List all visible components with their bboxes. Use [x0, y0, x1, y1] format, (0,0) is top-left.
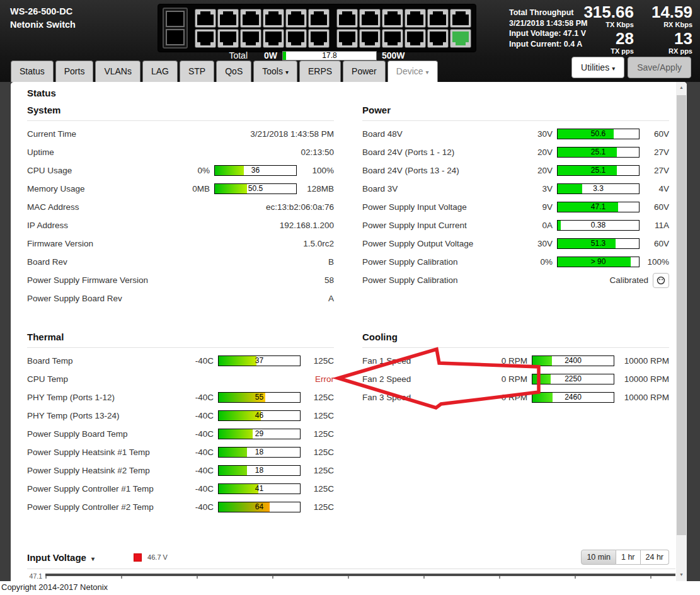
row-memory-usage: Memory Usage0MB50.5128MB	[27, 180, 334, 198]
scroll-up-arrow-icon[interactable]: ▲	[676, 82, 687, 93]
row-label: Power Supply Board Temp	[27, 429, 186, 439]
rj45-port-1[interactable]	[195, 9, 216, 28]
tab-status[interactable]: Status	[11, 61, 54, 82]
range-button-10-min[interactable]: 10 min	[581, 550, 616, 565]
rj45-port-4[interactable]	[263, 9, 284, 28]
rj45-port-16[interactable]	[405, 9, 426, 28]
error-status: Error	[181, 374, 335, 384]
row-board-rev: Board RevB	[27, 253, 334, 271]
rj45-port-19[interactable]	[336, 29, 358, 48]
row-label: Current Time	[27, 129, 181, 139]
meter-bar-value: 2460	[532, 393, 614, 402]
row-power-supply-firmware-version: Power Supply Firmware Version58	[27, 271, 334, 289]
chart-header: Input Voltage ▾ 46.7 V 10 min1 hr24 hr	[27, 548, 675, 566]
bar-max-label: 125C	[305, 502, 334, 512]
rj45-port-2[interactable]	[217, 9, 239, 28]
rj45-port-13[interactable]	[336, 9, 358, 28]
tab-qos[interactable]: QoS	[216, 61, 251, 82]
tab-lag[interactable]: LAG	[142, 61, 178, 82]
rj45-port-22[interactable]	[405, 29, 426, 48]
rj45-port-7[interactable]	[195, 29, 216, 48]
rj45-port-11[interactable]	[285, 29, 307, 48]
rj45-port-12[interactable]	[308, 29, 330, 48]
chart-axis-row: 47.1	[27, 572, 675, 580]
sfp-port-1[interactable]	[166, 11, 185, 27]
scroll-down-arrow-icon[interactable]: ▼	[676, 569, 687, 580]
meter-bar-value: 2400	[532, 356, 614, 366]
bar-min-label: 30V	[527, 239, 553, 248]
meter-bar: 25.1	[557, 165, 640, 176]
rj45-port-3[interactable]	[240, 9, 261, 28]
bar-max-label: 125C	[305, 356, 334, 366]
meter-bar-value: 2250	[532, 374, 614, 384]
bar-min-label: 0 RPM	[495, 393, 527, 402]
device-identity: WS-26-500-DC Netonix Switch	[10, 5, 76, 32]
row-ip-address: IP Address192.168.1.200	[27, 216, 334, 234]
stat-unit: TX Kbps	[605, 21, 634, 28]
bar-max-label: 125C	[305, 484, 334, 494]
bar-max-label: 10000 RPM	[619, 393, 669, 402]
rj45-port-18[interactable]	[450, 9, 471, 28]
rj45-port-6[interactable]	[308, 9, 330, 28]
row-label: Power Supply Heatsink #2 Temp	[27, 466, 186, 475]
calibration-history-button[interactable]	[653, 273, 669, 288]
range-button-24-hr[interactable]: 24 hr	[641, 550, 670, 565]
rj45-port-14[interactable]	[359, 9, 381, 28]
bar-max-label: 125C	[305, 466, 334, 475]
tab-power[interactable]: Power	[343, 61, 386, 82]
meter-bar: 50.6	[557, 129, 640, 139]
row-power-supply-board-rev: Power Supply Board RevA	[27, 289, 334, 308]
chart-legend: 46.7 V	[134, 553, 168, 562]
save-apply-button[interactable]: Save/Apply	[628, 57, 691, 78]
rj45-port-17[interactable]	[427, 9, 449, 28]
utilities-button[interactable]: Utilities▾	[571, 57, 624, 78]
range-button-1-hr[interactable]: 1 hr	[616, 550, 641, 565]
bar-max-label: 125C	[305, 411, 334, 420]
rj45-port-20[interactable]	[359, 29, 381, 48]
rj45-port-8[interactable]	[217, 29, 239, 48]
page-title: Status	[27, 88, 56, 98]
rj45-port-5[interactable]	[285, 9, 307, 28]
tab-device[interactable]: Device▾	[387, 61, 438, 82]
bar-min-label: -40C	[186, 502, 214, 512]
tab-ports[interactable]: Ports	[55, 61, 94, 82]
row-phy-temp-ports-1-12: PHY Temp (Ports 1-12)-40C55125C	[27, 388, 334, 407]
scrollbar-thumb[interactable]	[677, 95, 686, 535]
meter-bar: 47.1	[557, 202, 640, 212]
stat-rx-pps: 13RX pps	[651, 30, 692, 55]
bar-min-label: 0MB	[180, 184, 210, 194]
section-system: SystemCurrent Time3/21/2018 1:43:58 PMUp…	[27, 105, 334, 308]
meter-bar: 25.1	[557, 147, 640, 158]
bar-min-label: 0%	[180, 166, 210, 175]
rj45-port-9[interactable]	[240, 29, 261, 48]
total-power-meter: Total 0W 17.8 500W	[158, 50, 476, 61]
tab-erps[interactable]: ERPS	[299, 61, 341, 82]
rj45-port-15[interactable]	[382, 9, 403, 28]
rj45-port-group-2	[336, 9, 471, 48]
tab-stp[interactable]: STP	[180, 61, 214, 82]
rj45-port-24-active[interactable]	[450, 29, 471, 48]
row-power-supply-input-current: Power Supply Input Current0A0.3811A	[362, 216, 669, 234]
sfp-module	[163, 8, 188, 49]
sfp-port-2[interactable]	[166, 29, 185, 45]
bar-min-label: 20V	[527, 166, 553, 175]
stat-value: 13	[674, 30, 692, 47]
throughput-info: Total Throughput 3/21/2018 1:43:58 PM In…	[509, 8, 587, 49]
row-label: Power Supply Firmware Version	[27, 275, 181, 285]
bar-max-label: 10000 RPM	[619, 356, 669, 366]
tab-list: StatusPortsVLANsLAGSTPQoSTools▾ERPSPower…	[11, 61, 440, 82]
meter-bar: 0.38	[557, 220, 640, 231]
rj45-port-23[interactable]	[427, 29, 449, 48]
bar-min-label: -40C	[186, 448, 214, 457]
total-power-min: 0W	[264, 50, 277, 61]
row-label: Fan 1 Speed	[362, 356, 495, 366]
rj45-port-21[interactable]	[382, 29, 403, 48]
tab-vlans[interactable]: VLANs	[95, 61, 141, 82]
vertical-scrollbar[interactable]: ▲ ▼	[676, 82, 687, 581]
meter-bar: 29	[218, 429, 301, 439]
rj45-port-10[interactable]	[263, 29, 284, 48]
chart-title-dropdown[interactable]: Input Voltage ▾	[27, 552, 95, 563]
tab-tools[interactable]: Tools▾	[253, 61, 297, 82]
row-label: Board Rev	[27, 257, 181, 267]
row-label: Uptime	[27, 147, 181, 157]
